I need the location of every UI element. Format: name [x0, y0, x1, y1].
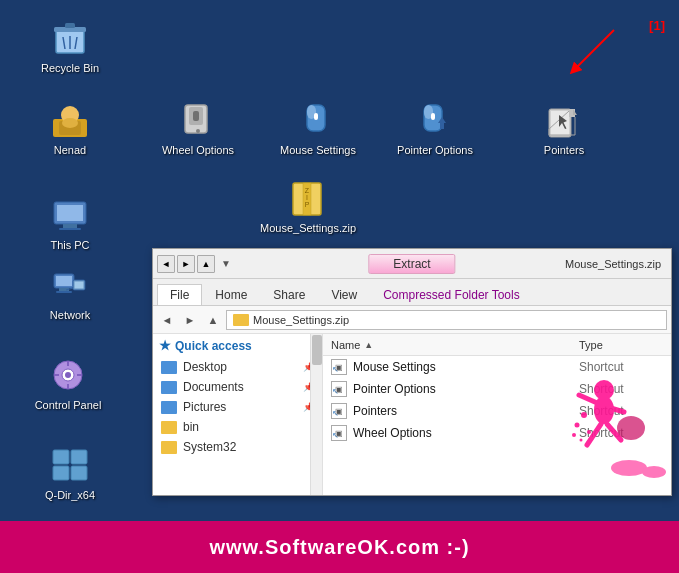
- desktop-icon-nenad[interactable]: Nenad: [30, 100, 110, 157]
- shortcut-icon-pointer: ▣ ↖: [331, 381, 347, 397]
- thispc-label: This PC: [50, 239, 89, 252]
- sidebar-quick-access[interactable]: ★ Quick access: [153, 334, 322, 357]
- nenad-label: Nenad: [54, 144, 86, 157]
- shortcut-overlay-4: ↖: [332, 431, 339, 440]
- qdir-label: Q-Dir_x64: [45, 489, 95, 502]
- quick-access-label: Quick access: [175, 339, 252, 353]
- pointers-label: Pointers: [544, 144, 584, 157]
- sidebar-item-pictures[interactable]: Pictures 📌: [153, 397, 322, 417]
- desktop-icon-thispc[interactable]: This PC: [30, 195, 110, 252]
- quick-access-star: ★: [159, 338, 171, 353]
- desktop-icon-network[interactable]: Network: [30, 265, 110, 322]
- file-list-header: Name ▲ Type: [323, 334, 671, 356]
- sidebar-scrollbar[interactable]: [310, 334, 322, 495]
- wheel-options-label: Wheel Options: [162, 144, 234, 157]
- file-row-pointers[interactable]: ▣ ↖ Pointers Shortcut: [323, 400, 671, 422]
- desktop-icon-pointers[interactable]: Pointers: [524, 100, 604, 157]
- shortcut-icon-pointers: ▣ ↖: [331, 403, 347, 419]
- desktop-icon-recycle-bin[interactable]: Recycle Bin: [30, 18, 110, 75]
- sort-arrow: ▲: [364, 340, 373, 350]
- desktop-icon-qdir[interactable]: Q-Dir_x64: [30, 445, 110, 502]
- content-area: ★ Quick access Desktop 📌 Documents 📌 Pic…: [153, 334, 671, 495]
- tb-forward-btn[interactable]: ►: [177, 255, 195, 273]
- sidebar-pictures-label: Pictures: [183, 400, 226, 414]
- wheel-options-icon: [178, 100, 218, 140]
- svg-rect-31: [71, 450, 87, 464]
- svg-point-25: [65, 372, 71, 378]
- file-row-pointer-options[interactable]: ▣ ↖ Pointer Options Shortcut: [323, 378, 671, 400]
- explorer-window: ◄ ► ▲ ▼ Extract Mouse_Settings.zip File …: [152, 248, 672, 496]
- recycle-bin-icon: [50, 18, 90, 58]
- window-title: Mouse_Settings.zip: [565, 258, 661, 270]
- svg-rect-4: [65, 23, 75, 28]
- mouse-settings-icon: [298, 100, 338, 140]
- network-label: Network: [50, 309, 90, 322]
- qdir-icon: [50, 445, 90, 485]
- controlpanel-icon: [48, 355, 88, 395]
- nav-back[interactable]: ◄: [157, 310, 177, 330]
- scrollbar-thumb[interactable]: [312, 335, 322, 365]
- tab-share[interactable]: Share: [260, 284, 318, 305]
- sidebar-system32-label: System32: [183, 440, 236, 454]
- svg-rect-15: [59, 228, 81, 230]
- tab-view[interactable]: View: [318, 284, 370, 305]
- file-name-wheel-options: ▣ ↖ Wheel Options: [323, 425, 571, 441]
- shortcut-overlay-2: ↖: [332, 387, 339, 396]
- pointers-icon: [544, 100, 584, 140]
- shortcut-overlay-3: ↖: [332, 409, 339, 418]
- sidebar: ★ Quick access Desktop 📌 Documents 📌 Pic…: [153, 334, 323, 495]
- file-name-pointer-options: ▣ ↖ Pointer Options: [323, 381, 571, 397]
- sidebar-documents-label: Documents: [183, 380, 244, 394]
- sidebar-item-system32[interactable]: System32: [153, 437, 322, 457]
- file-list: Name ▲ Type ▣ ↖ Mouse Settings: [323, 334, 671, 495]
- file-type-wheel-options: Shortcut: [571, 426, 671, 440]
- file-type-pointer-options: Shortcut: [571, 382, 671, 396]
- shortcut-overlay: ↖: [332, 365, 339, 374]
- zip-icon: Z I P: [288, 178, 328, 218]
- tab-home[interactable]: Home: [202, 284, 260, 305]
- svg-text:I: I: [306, 194, 308, 201]
- title-bar: ◄ ► ▲ ▼ Extract Mouse_Settings.zip: [153, 249, 671, 279]
- annotation-arrow: [559, 28, 619, 78]
- tb-up-btn[interactable]: ▲: [197, 255, 215, 273]
- extract-button[interactable]: Extract: [368, 254, 455, 274]
- mouse-settings-label: Mouse Settings: [280, 144, 356, 157]
- svg-rect-17: [56, 276, 72, 286]
- sidebar-bin-label: bin: [183, 420, 199, 434]
- sidebar-item-desktop[interactable]: Desktop 📌: [153, 357, 322, 377]
- shortcut-icon-mouse: ▣ ↖: [331, 359, 347, 375]
- nav-forward[interactable]: ►: [180, 310, 200, 330]
- svg-rect-32: [53, 466, 69, 480]
- documents-folder-icon: [161, 381, 177, 394]
- tab-file[interactable]: File: [157, 284, 202, 305]
- pointer-options-label: Pointer Options: [397, 144, 473, 157]
- desktop-icon-mouse-settings-zip[interactable]: Z I P Mouse_Settings.zip: [268, 178, 348, 235]
- nav-up[interactable]: ▲: [203, 310, 223, 330]
- desktop: [1] Recycle Bin: [0, 0, 679, 520]
- svg-rect-21: [75, 282, 84, 289]
- ribbon-tabs: File Home Share View Compressed Folder T…: [153, 279, 671, 305]
- tab-compressed[interactable]: Compressed Folder Tools: [370, 284, 533, 305]
- desktop-icon-mouse-settings[interactable]: Mouse Settings: [278, 100, 358, 157]
- sidebar-item-documents[interactable]: Documents 📌: [153, 377, 322, 397]
- svg-rect-30: [53, 450, 69, 464]
- desktop-icon-controlpanel[interactable]: Control Panel: [28, 355, 108, 412]
- zip-label: Mouse_Settings.zip: [260, 222, 356, 235]
- file-name-pointers: ▣ ↖ Pointers: [323, 403, 571, 419]
- bottom-text: www.SoftwareOK.com :-): [209, 536, 469, 559]
- thispc-icon: [50, 195, 90, 235]
- sidebar-item-bin[interactable]: bin: [153, 417, 322, 437]
- file-row-mouse-settings[interactable]: ▣ ↖ Mouse Settings Shortcut: [323, 356, 671, 378]
- svg-rect-13: [57, 205, 83, 221]
- desktop-icon-wheel-options[interactable]: Wheel Options: [158, 100, 238, 157]
- col-name: Name ▲: [323, 339, 571, 351]
- address-bar: ◄ ► ▲ Mouse_Settings.zip: [153, 306, 671, 334]
- desktop-icon-pointer-options[interactable]: Pointer Options: [395, 100, 475, 157]
- tb-back-btn[interactable]: ◄: [157, 255, 175, 273]
- shortcut-icon-wheel: ▣ ↖: [331, 425, 347, 441]
- file-row-wheel-options[interactable]: ▣ ↖ Wheel Options Shortcut: [323, 422, 671, 444]
- network-icon: [50, 265, 90, 305]
- svg-rect-14: [63, 224, 77, 228]
- pointer-options-icon: [415, 100, 455, 140]
- address-path[interactable]: Mouse_Settings.zip: [226, 310, 667, 330]
